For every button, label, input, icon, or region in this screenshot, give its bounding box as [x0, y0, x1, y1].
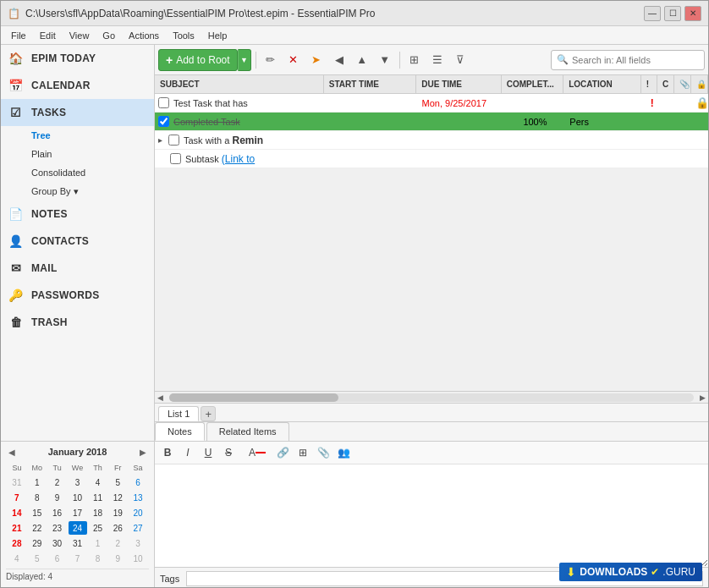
add-dropdown-button[interactable]: ▼ [238, 49, 251, 71]
calendar-day[interactable]: 10 [69, 491, 87, 504]
note-area[interactable] [155, 464, 708, 567]
col-header-start[interactable]: START TIME [324, 75, 417, 93]
calendar-day[interactable]: 19 [108, 506, 127, 519]
menu-file[interactable]: File [4, 29, 33, 42]
calendar-day[interactable]: 30 [48, 536, 67, 550]
calendar-day[interactable]: 17 [69, 506, 87, 519]
calendar-day[interactable]: 31 [8, 475, 26, 489]
tab-notes[interactable]: Notes [155, 422, 205, 441]
subnav-plain[interactable]: Plain [28, 145, 154, 163]
horizontal-scrollbar[interactable]: ◀ ▶ [155, 391, 708, 403]
sidebar-item-calendar[interactable]: 📅 CALENDAR [1, 72, 154, 99]
col-header-lock[interactable]: 🔒 [691, 75, 708, 93]
edit-pencil-button[interactable]: ✏ [261, 50, 281, 70]
calendar-day[interactable]: 8 [89, 552, 107, 565]
hyperlink-button[interactable]: 🔗 [273, 444, 292, 461]
table-row[interactable]: Completed Task 100% Pers [155, 113, 708, 131]
hscroll-track[interactable] [169, 393, 694, 402]
calendar-day[interactable]: 11 [89, 491, 107, 504]
subnav-tree[interactable]: Tree [28, 126, 154, 145]
calendar-day[interactable]: 13 [129, 491, 147, 504]
calendar-day[interactable]: 28 [8, 536, 26, 550]
sidebar-item-tasks[interactable]: ☑ TASKS [1, 99, 154, 126]
contacts-link-button[interactable]: 👥 [334, 444, 353, 461]
menu-tools[interactable]: Tools [166, 29, 201, 42]
calendar-day[interactable]: 22 [28, 521, 47, 535]
calendar-day[interactable]: 21 [8, 521, 26, 535]
menu-edit[interactable]: Edit [33, 29, 63, 42]
subnav-groupby[interactable]: Group By ▾ [28, 182, 154, 201]
calendar-next-button[interactable]: ▶ [137, 448, 149, 457]
menu-actions[interactable]: Actions [122, 29, 166, 42]
attach-button[interactable]: 📎 [314, 444, 333, 461]
task-checkbox-4[interactable] [170, 153, 181, 164]
menu-help[interactable]: Help [201, 29, 234, 42]
calendar-day[interactable]: 9 [48, 491, 67, 504]
sidebar-item-trash[interactable]: 🗑 TRASH [1, 309, 154, 336]
format-underline-button[interactable]: U [199, 444, 217, 461]
delete-button[interactable]: ✕ [283, 50, 304, 70]
calendar-day[interactable]: 16 [48, 506, 67, 519]
search-input[interactable] [572, 55, 699, 65]
tab-related-items[interactable]: Related Items [206, 422, 289, 441]
format-italic-button[interactable]: I [179, 444, 197, 461]
col-header-excl[interactable]: ! [641, 75, 657, 93]
col-header-subject[interactable]: SUBJECT [155, 75, 324, 93]
sidebar-item-contacts[interactable]: 👤 CONTACTS [1, 228, 154, 255]
calendar-day[interactable]: 5 [28, 552, 47, 565]
calendar-day[interactable]: 24 [69, 521, 87, 535]
hscroll-left-arrow[interactable]: ◀ [155, 393, 166, 402]
calendar-day[interactable]: 23 [48, 521, 67, 535]
calendar-day[interactable]: 25 [89, 521, 107, 535]
view-list-button[interactable]: ☰ [427, 50, 448, 70]
calendar-day[interactable]: 18 [89, 506, 107, 519]
calendar-day[interactable]: 3 [69, 475, 87, 489]
back-button[interactable]: ◀ [329, 50, 349, 70]
calendar-day[interactable]: 1 [89, 536, 107, 550]
col-header-location[interactable]: LOCATION [563, 75, 640, 93]
forward-button[interactable]: ➤ [306, 50, 327, 70]
calendar-day[interactable]: 4 [89, 475, 107, 489]
sidebar-item-mail[interactable]: ✉ MAIL [1, 255, 154, 282]
calendar-day[interactable]: 20 [129, 506, 147, 519]
minimize-button[interactable]: — [644, 6, 661, 21]
up-button[interactable]: ▲ [352, 50, 372, 70]
calendar-day[interactable]: 12 [108, 491, 127, 504]
calendar-day[interactable]: 26 [108, 521, 127, 535]
close-button[interactable]: ✕ [684, 6, 701, 21]
expand-icon[interactable]: ▸ [158, 135, 167, 145]
calendar-day[interactable]: 14 [8, 506, 26, 519]
calendar-day[interactable]: 2 [108, 536, 127, 550]
calendar-day[interactable]: 9 [108, 552, 127, 565]
calendar-day[interactable]: 7 [8, 491, 26, 504]
table-row[interactable]: Test Task that has Mon, 9/25/2017 ! 🔒 [155, 94, 708, 113]
down-button[interactable]: ▼ [375, 50, 395, 70]
menu-view[interactable]: View [63, 29, 96, 42]
calendar-day[interactable]: 1 [28, 475, 47, 489]
task-checkbox-1[interactable] [158, 97, 169, 108]
calendar-day[interactable]: 6 [129, 475, 147, 489]
task-checkbox-3[interactable] [168, 135, 179, 146]
calendar-prev-button[interactable]: ◀ [6, 448, 18, 457]
col-header-attach[interactable]: 📎 [674, 75, 691, 93]
calendar-day[interactable]: 10 [129, 552, 147, 565]
task-list[interactable]: Test Task that has Mon, 9/25/2017 ! 🔒 C [155, 94, 708, 391]
calendar-day[interactable]: 7 [69, 552, 87, 565]
calendar-day[interactable]: 5 [108, 475, 127, 489]
sidebar-item-epim-today[interactable]: 🏠 EPIM TODAY [1, 45, 154, 72]
view-columns-button[interactable]: ⊞ [404, 50, 425, 70]
calendar-day[interactable]: 29 [28, 536, 47, 550]
calendar-day[interactable]: 8 [28, 491, 47, 504]
calendar-day[interactable]: 6 [48, 552, 67, 565]
calendar-day[interactable]: 3 [129, 536, 147, 550]
add-list-tab-button[interactable]: + [201, 406, 216, 421]
calendar-day[interactable]: 2 [48, 475, 67, 489]
calendar-day[interactable]: 15 [28, 506, 47, 519]
format-bold-button[interactable]: B [158, 444, 177, 461]
filter-button[interactable]: ⊽ [450, 50, 470, 70]
calendar-day[interactable]: 27 [129, 521, 147, 535]
calendar-day[interactable]: 31 [69, 536, 87, 550]
table-row[interactable]: ▸ Task with a Remin [155, 131, 708, 150]
col-header-due[interactable]: DUE TIME [416, 75, 502, 93]
maximize-button[interactable]: ☐ [664, 6, 681, 21]
